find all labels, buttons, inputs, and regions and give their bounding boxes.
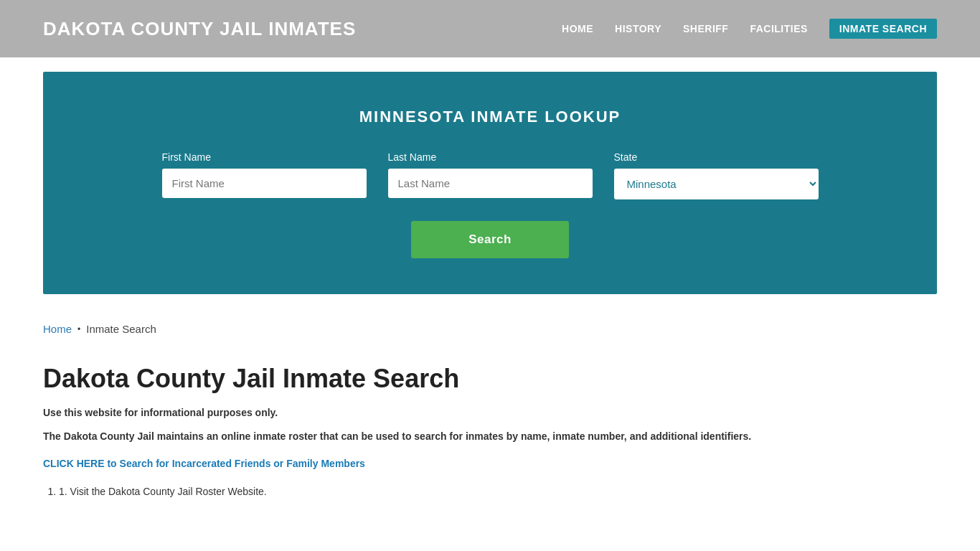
- last-name-input[interactable]: [388, 169, 593, 198]
- nav-history[interactable]: HISTORY: [615, 23, 661, 34]
- search-button-wrapper: Search: [86, 221, 894, 258]
- breadcrumb-current: Inmate Search: [86, 323, 156, 335]
- first-name-group: First Name: [162, 151, 367, 199]
- page-title: Dakota County Jail Inmate Search: [43, 364, 937, 394]
- last-name-label: Last Name: [388, 151, 593, 163]
- first-name-input[interactable]: [162, 169, 367, 198]
- state-select[interactable]: Minnesota Alabama Alaska Arizona Arkansa…: [614, 169, 819, 199]
- nav-sheriff[interactable]: SHERIFF: [683, 23, 728, 34]
- step-1: 1. Visit the Dakota County Jail Roster W…: [59, 484, 937, 499]
- breadcrumb-separator: •: [77, 324, 80, 334]
- disclaimer-text: Use this website for informational purpo…: [43, 407, 937, 418]
- first-name-label: First Name: [162, 151, 367, 163]
- site-header: DAKOTA COUNTY JAIL INMATES HOME HISTORY …: [0, 0, 980, 57]
- click-here-link[interactable]: CLICK HERE to Search for Incarcerated Fr…: [43, 458, 365, 469]
- steps-list: 1. Visit the Dakota County Jail Roster W…: [43, 484, 937, 499]
- state-label: State: [614, 151, 819, 163]
- nav-home[interactable]: HOME: [562, 23, 593, 34]
- main-content: Dakota County Jail Inmate Search Use thi…: [0, 349, 980, 533]
- inmate-lookup-panel: MINNESOTA INMATE LOOKUP First Name Last …: [43, 72, 937, 294]
- nav-facilities[interactable]: FACILITIES: [750, 23, 807, 34]
- last-name-group: Last Name: [388, 151, 593, 199]
- search-button[interactable]: Search: [411, 221, 569, 258]
- breadcrumb-home-link[interactable]: Home: [43, 323, 72, 335]
- site-title: DAKOTA COUNTY JAIL INMATES: [43, 18, 356, 40]
- nav-inmate-search[interactable]: INMATE SEARCH: [829, 19, 937, 39]
- main-nav: HOME HISTORY SHERIFF FACILITIES INMATE S…: [562, 19, 937, 39]
- breadcrumb: Home • Inmate Search: [0, 309, 980, 349]
- search-fields-row: First Name Last Name State Minnesota Ala…: [86, 151, 894, 199]
- description-text: The Dakota County Jail maintains an onli…: [43, 428, 937, 444]
- state-group: State Minnesota Alabama Alaska Arizona A…: [614, 151, 819, 199]
- lookup-title: MINNESOTA INMATE LOOKUP: [86, 108, 894, 126]
